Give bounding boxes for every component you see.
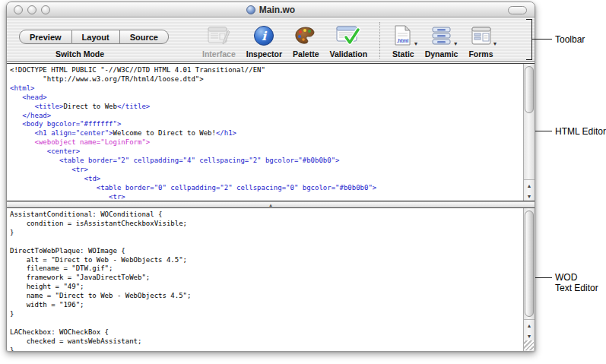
preview-button[interactable]: Preview <box>19 30 72 44</box>
validation-icon <box>336 24 360 47</box>
svg-text:.html: .html <box>397 38 409 43</box>
page: Main.wo Preview Layout Source Switch Mod… <box>0 0 606 364</box>
toolbar-callout-label: Toolbar <box>555 34 585 45</box>
palette-icon <box>294 24 317 47</box>
forms-button[interactable]: ▼ Forms <box>468 24 493 59</box>
static-button[interactable]: .html ▼ Static <box>392 24 414 59</box>
inspector-label: Inspector <box>246 49 282 59</box>
html-editor-callout-label: HTML Editor <box>555 126 606 137</box>
static-label: Static <box>392 49 414 59</box>
scroll-down-icon[interactable]: ▼ <box>524 331 535 341</box>
window-title: Main.wo <box>259 5 295 15</box>
resize-grip[interactable] <box>524 340 534 350</box>
wod-editor-callout-label-1: WOD <box>555 272 577 283</box>
validation-label: Validation <box>329 49 367 59</box>
interface-icon <box>208 24 230 47</box>
dynamic-button[interactable]: ▼ Dynamic <box>425 24 458 59</box>
static-dropdown-arrow-icon[interactable]: ▼ <box>413 41 418 46</box>
wod-editor-callout-label-2: Text Editor <box>555 283 598 293</box>
toolbar-callout-line <box>532 39 552 40</box>
scroll-up-icon[interactable]: ▲ <box>524 180 535 191</box>
splitter-caret-icon: ▴ <box>269 202 272 207</box>
scroll-up-icon[interactable]: ▲ <box>524 320 535 331</box>
switch-mode-label: Switch Mode <box>19 49 141 59</box>
scroll-down-icon[interactable]: ▼ <box>524 191 535 201</box>
html-editor-scroll-arrows: ▲ ▼ <box>524 179 535 201</box>
inspector-button[interactable]: i Inspector <box>246 24 282 59</box>
forms-label: Forms <box>468 49 493 59</box>
inspector-icon: i <box>253 24 274 47</box>
interface-label: Interface <box>202 49 236 59</box>
wod-editor-callout-line <box>535 277 552 278</box>
palette-button[interactable]: Palette <box>293 24 319 59</box>
validation-button[interactable]: Validation <box>329 24 367 59</box>
palette-label: Palette <box>293 49 319 59</box>
dynamic-label: Dynamic <box>425 49 458 59</box>
wod-editor-scroll-arrows: ▲ ▼ <box>524 319 535 340</box>
wod-editor-scrollbar[interactable]: ▲ ▼ <box>523 208 535 351</box>
html-editor-scrollbar[interactable]: ▲ ▼ <box>523 64 535 201</box>
toolbar-callout-bracket <box>526 19 532 60</box>
forms-dropdown-arrow-icon[interactable]: ▼ <box>493 41 498 46</box>
title-bar[interactable]: Main.wo <box>7 2 535 17</box>
static-icon: .html ▼ <box>394 24 412 47</box>
dynamic-icon: ▼ <box>431 24 452 47</box>
switch-mode-segmented-control: Preview Layout Source <box>19 30 169 44</box>
toolbar-separator <box>379 22 380 59</box>
wod-editor-code[interactable]: AssistantConditional: WOConditional { co… <box>7 208 523 351</box>
source-button[interactable]: Source <box>120 30 169 44</box>
document-icon <box>246 5 255 14</box>
html-editor-callout-line <box>535 131 552 131</box>
interface-button: Interface <box>202 24 236 59</box>
forms-icon: ▼ <box>471 24 492 47</box>
html-editor-scroll-thumb[interactable] <box>525 66 534 113</box>
toolbar-items: Interface i <box>197 22 499 59</box>
pane-splitter[interactable]: ▴ <box>7 201 535 207</box>
toolbar-toggle-button[interactable] <box>508 6 527 14</box>
wod-editor-scroll-thumb[interactable] <box>525 210 534 317</box>
dynamic-dropdown-arrow-icon[interactable]: ▼ <box>453 41 458 46</box>
wod-editor-pane: AssistantConditional: WOConditional { co… <box>7 207 535 351</box>
html-editor-pane: <!DOCTYPE HTML PUBLIC "-//W3C//DTD HTML … <box>7 63 535 201</box>
layout-button[interactable]: Layout <box>72 30 120 44</box>
html-editor-code[interactable]: <!DOCTYPE HTML PUBLIC "-//W3C//DTD HTML … <box>7 64 523 201</box>
main-wo-window: Main.wo Preview Layout Source Switch Mod… <box>6 2 535 351</box>
toolbar: Preview Layout Source Switch Mode <box>7 17 535 62</box>
